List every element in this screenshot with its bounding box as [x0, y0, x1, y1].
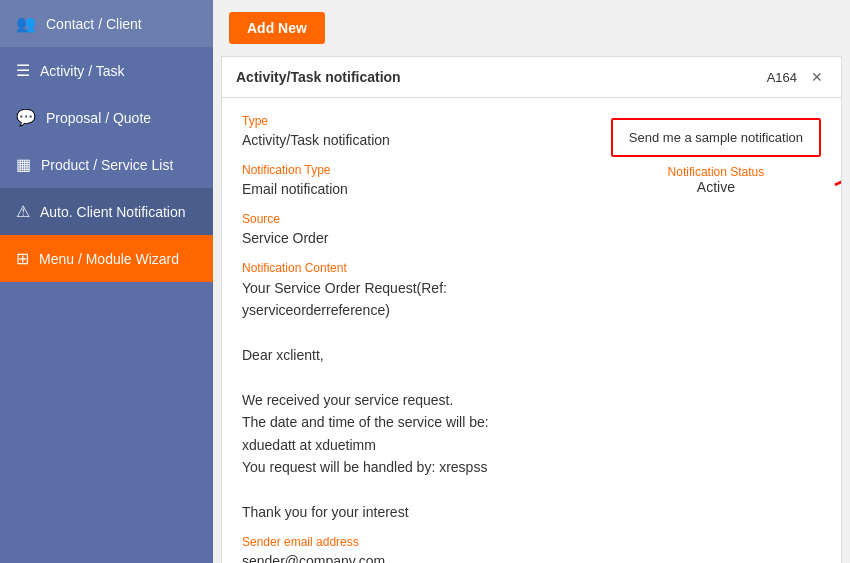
sidebar-item-label: Activity / Task [40, 63, 125, 79]
close-button[interactable]: ✕ [807, 67, 827, 87]
sidebar-item-menu-wizard[interactable]: ⊞ Menu / Module Wizard [0, 235, 213, 282]
notif-type-label: Notification Type [242, 163, 521, 177]
sidebar-item-proposal[interactable]: 💬 Proposal / Quote [0, 94, 213, 141]
sidebar-item-label: Contact / Client [46, 16, 142, 32]
activity-icon: ☰ [16, 61, 30, 80]
type-label: Type [242, 114, 521, 128]
sidebar-item-label: Menu / Module Wizard [39, 251, 179, 267]
notif-type-value: Email notification [242, 179, 521, 200]
left-col: Type Activity/Task notification Notifica… [242, 114, 521, 563]
notif-status-label: Notification Status [611, 165, 821, 179]
header-right: A164 ✕ [767, 67, 827, 87]
notif-status-value: Active [611, 179, 821, 195]
wizard-icon: ⊞ [16, 249, 29, 268]
row-layout: Type Activity/Task notification Notifica… [242, 114, 821, 563]
content-body: Type Activity/Task notification Notifica… [222, 98, 841, 563]
content-header: Activity/Task notification A164 ✕ [222, 57, 841, 98]
sidebar-item-activity[interactable]: ☰ Activity / Task [0, 47, 213, 94]
sender-email-value: sender@company.com [242, 551, 521, 563]
content-title: Activity/Task notification [236, 69, 401, 85]
product-icon: ▦ [16, 155, 31, 174]
sidebar-item-product[interactable]: ▦ Product / Service List [0, 141, 213, 188]
proposal-icon: 💬 [16, 108, 36, 127]
main-area: Add New Activity/Task notification A164 … [213, 0, 850, 563]
notif-content-value: Your Service Order Request(Ref: yservice… [242, 277, 521, 523]
sidebar-item-label: Proposal / Quote [46, 110, 151, 126]
contact-icon: 👥 [16, 14, 36, 33]
sidebar-item-label: Product / Service List [41, 157, 173, 173]
source-value: Service Order [242, 228, 521, 249]
type-value: Activity/Task notification [242, 130, 521, 151]
source-label: Source [242, 212, 521, 226]
sidebar: 👥 Contact / Client ☰ Activity / Task 💬 P… [0, 0, 213, 563]
content-area: Activity/Task notification A164 ✕ Type A… [221, 56, 842, 563]
sidebar-item-notification[interactable]: ⚠ Auto. Client Notification [0, 188, 213, 235]
notification-icon: ⚠ [16, 202, 30, 221]
arrow-indicator: ↗ [829, 167, 841, 198]
sidebar-item-label: Auto. Client Notification [40, 204, 186, 220]
send-sample-button[interactable]: Send me a sample notification [611, 118, 821, 157]
sender-email-label: Sender email address [242, 535, 521, 549]
sidebar-item-contact[interactable]: 👥 Contact / Client [0, 0, 213, 47]
right-col: Send me a sample notification Notificati… [541, 114, 821, 563]
add-new-button[interactable]: Add New [229, 12, 325, 44]
topbar: Add New [213, 0, 850, 56]
notif-content-label: Notification Content [242, 261, 521, 275]
right-col-inner: Send me a sample notification Notificati… [611, 114, 821, 195]
content-wrapper: Activity/Task notification A164 ✕ Type A… [213, 56, 850, 563]
record-id: A164 [767, 70, 797, 85]
